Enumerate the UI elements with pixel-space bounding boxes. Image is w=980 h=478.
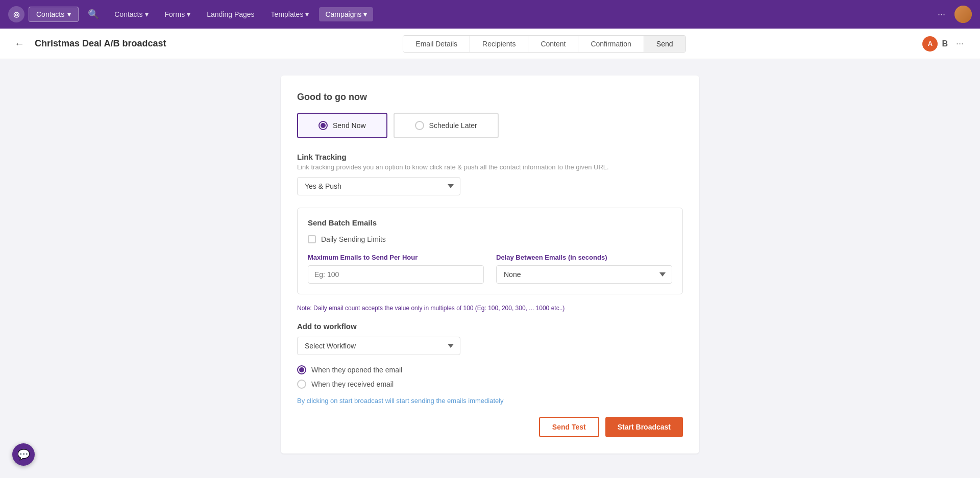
note-label: Note: Daily email count accepts the valu… — [297, 305, 565, 312]
delay-label: Delay Between Emails (in seconds) — [496, 254, 672, 261]
nav-item-forms[interactable]: Forms ▾ — [159, 7, 197, 21]
send-now-label: Send Now — [333, 121, 366, 130]
batch-note: Note: Daily email count accepts the valu… — [297, 305, 683, 312]
nav-item-landing-pages[interactable]: Landing Pages — [201, 7, 260, 21]
landing-pages-label: Landing Pages — [207, 10, 254, 18]
delay-select[interactable]: None 1 2 5 10 — [496, 265, 672, 284]
send-now-radio — [318, 121, 328, 130]
section-title: Good to go now — [297, 92, 683, 103]
page-title: Christmas Deal A/B broadcast — [35, 38, 166, 49]
link-tracking-section: Link Tracking Link tracking provides you… — [297, 153, 683, 195]
daily-limit-checkbox[interactable] — [308, 235, 316, 243]
tabs-container: Email Details Recipients Content Confirm… — [174, 35, 914, 53]
top-navigation: ◎ Contacts ▾ 🔍 Contacts ▾ Forms ▾ Landin… — [0, 0, 980, 29]
forms-label: Forms — [165, 10, 185, 18]
back-button[interactable]: ← — [12, 36, 27, 52]
max-emails-label: Maximum Emails to Send Per Hour — [308, 254, 484, 261]
schedule-later-button[interactable]: Schedule Later — [394, 113, 499, 138]
app-logo[interactable]: ◎ — [8, 6, 24, 22]
when-opened-label: When they opened the email — [311, 366, 402, 374]
schedule-later-radio — [415, 121, 424, 130]
chat-widget[interactable]: 💬 — [12, 443, 35, 466]
send-test-button[interactable]: Send Test — [539, 417, 599, 437]
main-content: Good to go now Send Now Schedule Later L… — [260, 59, 720, 470]
when-options: When they opened the email When they rec… — [297, 365, 683, 389]
step-tabs: Email Details Recipients Content Confirm… — [403, 35, 685, 53]
batch-fields: Maximum Emails to Send Per Hour Delay Be… — [308, 254, 672, 284]
tab-recipients[interactable]: Recipients — [470, 36, 528, 52]
nav-item-campaigns[interactable]: Campaigns ▾ — [319, 7, 373, 21]
subheader-more-icon[interactable]: ··· — [952, 36, 968, 51]
workflow-select[interactable]: Select Workflow — [297, 337, 460, 355]
contacts-label: Contacts — [114, 10, 142, 18]
start-broadcast-button[interactable]: Start Broadcast — [605, 417, 683, 437]
send-options: Send Now Schedule Later — [297, 113, 683, 138]
subheader: ← Christmas Deal A/B broadcast Email Det… — [0, 29, 980, 59]
delay-group: Delay Between Emails (in seconds) None 1… — [496, 254, 672, 284]
contacts-chevron-icon: ▾ — [145, 10, 149, 18]
workflow-title: Add to workflow — [297, 322, 683, 331]
marketing-chevron-icon: ▾ — [67, 10, 71, 18]
templates-chevron-icon: ▾ — [305, 10, 309, 18]
nav-item-templates[interactable]: Templates ▾ — [265, 7, 315, 21]
tab-email-details[interactable]: Email Details — [403, 36, 470, 52]
logo-icon: ◎ — [13, 10, 19, 18]
campaigns-label: Campaigns — [325, 10, 361, 18]
ab-badges: A B ··· — [922, 36, 968, 52]
link-tracking-desc: Link tracking provides you an option to … — [297, 163, 683, 171]
workflow-section: Add to workflow Select Workflow — [297, 322, 683, 355]
marketing-label: Contacts — [36, 10, 64, 18]
batch-title: Send Batch Emails — [308, 218, 672, 227]
user-avatar[interactable] — [954, 6, 972, 23]
when-received-option[interactable]: When they received email — [297, 380, 683, 389]
chat-icon: 💬 — [17, 448, 30, 461]
daily-limit-label: Daily Sending Limits — [321, 235, 386, 243]
search-icon[interactable]: 🔍 — [83, 6, 104, 23]
templates-label: Templates — [271, 10, 304, 18]
send-card: Good to go now Send Now Schedule Later L… — [281, 76, 699, 454]
schedule-later-label: Schedule Later — [429, 121, 477, 130]
tab-send[interactable]: Send — [644, 36, 685, 52]
marketing-dropdown-button[interactable]: Contacts ▾ — [29, 7, 79, 22]
nav-more-icon[interactable]: ··· — [933, 6, 950, 23]
nav-item-contacts[interactable]: Contacts ▾ — [108, 7, 154, 21]
when-opened-option[interactable]: When they opened the email — [297, 365, 683, 374]
link-tracking-title: Link Tracking — [297, 153, 683, 161]
info-text: By clicking on start broadcast will star… — [297, 397, 683, 405]
tab-confirmation[interactable]: Confirmation — [578, 36, 644, 52]
forms-chevron-icon: ▾ — [187, 10, 190, 18]
daily-limit-row: Daily Sending Limits — [308, 235, 672, 243]
when-opened-radio — [297, 365, 306, 374]
link-tracking-select[interactable]: Yes & Push Yes (No Push) No — [297, 177, 460, 195]
action-buttons: Send Test Start Broadcast — [297, 417, 683, 437]
campaigns-chevron-icon: ▾ — [363, 10, 367, 18]
send-now-button[interactable]: Send Now — [297, 113, 387, 138]
badge-a[interactable]: A — [922, 36, 938, 52]
when-received-label: When they received email — [311, 380, 394, 388]
send-batch-section: Send Batch Emails Daily Sending Limits M… — [297, 208, 683, 294]
tab-content[interactable]: Content — [528, 36, 578, 52]
when-received-radio — [297, 380, 306, 389]
max-emails-group: Maximum Emails to Send Per Hour — [308, 254, 484, 284]
max-emails-input[interactable] — [308, 265, 484, 284]
badge-b[interactable]: B — [942, 39, 948, 48]
